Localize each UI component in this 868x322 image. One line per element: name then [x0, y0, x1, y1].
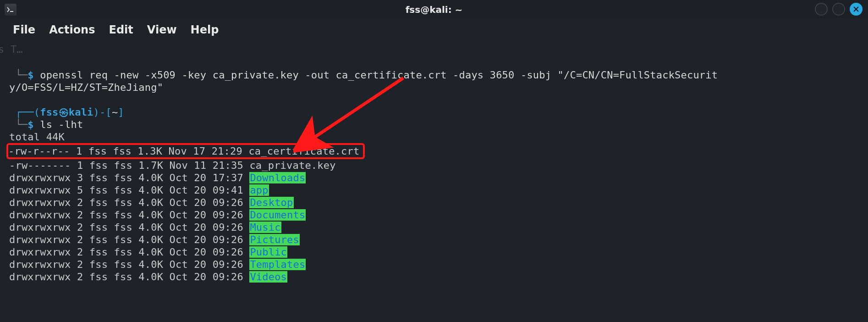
prompt-corner: └─ — [9, 119, 27, 130]
inactive-tab-hint: s T… — [0, 43, 23, 56]
ls-row-name-dir: Downloads — [249, 172, 306, 183]
ls-row: drwxrwxrwx 2 fss fss 4.0K Oct 20 09:26 D… — [9, 209, 859, 221]
window-title: fss@kali: ~ — [406, 4, 463, 15]
ls-row-meta: drwxrwxrwx 2 fss fss 4.0K Oct 20 09:26 — [9, 197, 249, 208]
prompt-dollar: $ — [27, 119, 40, 130]
ls-row-name-dir: Documents — [249, 209, 306, 221]
ls-row-meta: -rw-r--r-- 1 fss fss 1.3K Nov 17 21:29 — [8, 145, 248, 157]
prompt-corner: └─ — [9, 69, 27, 81]
prompt-path: ~ — [112, 106, 118, 118]
ls-row-meta: drwxrwxrwx 5 fss fss 4.0K Oct 20 09:41 — [9, 184, 249, 196]
ls-row-meta: drwxrwxrwx 2 fss fss 4.0K Oct 20 09:26 — [9, 246, 249, 258]
ls-row: -rw-r--r-- 1 fss fss 1.3K Nov 17 21:29 c… — [9, 143, 859, 159]
ls-row: drwxrwxrwx 2 fss fss 4.0K Oct 20 09:26 V… — [9, 271, 859, 283]
ls-row-meta: drwxrwxrwx 2 fss fss 4.0K Oct 20 09:26 — [9, 259, 249, 270]
ls-row-meta: drwxrwxrwx 3 fss fss 4.0K Oct 20 17:37 — [9, 172, 249, 183]
ls-row: drwxrwxrwx 2 fss fss 4.0K Oct 20 09:26 P… — [9, 233, 859, 246]
ls-row: drwxrwxrwx 3 fss fss 4.0K Oct 20 17:37 D… — [9, 172, 859, 184]
command-text: openssl req -new -x509 -key ca_private.k… — [40, 69, 718, 81]
ls-row-meta: -rw------- 1 fss fss 1.7K Nov 11 21:35 — [9, 160, 249, 171]
ls-row-name: ca_certificate.crt — [248, 145, 359, 157]
ls-row-name-dir: Pictures — [249, 234, 300, 245]
ls-row: drwxrwxrwx 5 fss fss 4.0K Oct 20 09:41 a… — [9, 184, 859, 196]
ls-row-name-dir: Public — [249, 246, 287, 258]
ls-row-name: ca_private.key — [249, 160, 335, 171]
prompt-line-ls: └─$ ls -lht — [9, 118, 859, 131]
ls-row-name-dir: Music — [249, 222, 281, 233]
prompt-header: ┌──(fss㉿kali)-[~] — [9, 106, 859, 118]
ls-row: drwxrwxrwx 2 fss fss 4.0K Oct 20 09:26 P… — [9, 246, 859, 258]
ls-row-meta: drwxrwxrwx 2 fss fss 4.0K Oct 20 09:26 — [9, 222, 249, 233]
prompt-box-top: ┌──( — [9, 106, 40, 118]
menu-view[interactable]: View — [147, 23, 177, 36]
menu-edit[interactable]: Edit — [109, 23, 133, 36]
close-button[interactable] — [850, 3, 863, 16]
minimize-button[interactable] — [815, 3, 828, 16]
window-controls — [815, 3, 863, 16]
terminal-viewport[interactable]: s T… └─$ openssl req -new -x509 -key ca_… — [0, 40, 868, 288]
menu-actions[interactable]: Actions — [49, 23, 95, 36]
ls-row-name-dir: Videos — [249, 271, 287, 283]
prompt-box-tail: )-[ — [93, 106, 112, 118]
titlebar: fss@kali: ~ — [0, 0, 868, 19]
ls-row: drwxrwxrwx 2 fss fss 4.0K Oct 20 09:26 D… — [9, 196, 859, 209]
prompt-line-openssl-wrap: y/O=FSS/L=HZ/ST=ZheJiang" — [9, 81, 859, 94]
ls-row-meta: drwxrwxrwx 2 fss fss 4.0K Oct 20 09:26 — [9, 271, 249, 283]
maximize-button[interactable] — [832, 3, 845, 16]
ls-row-name-dir: Templates — [249, 259, 306, 270]
menu-help[interactable]: Help — [191, 23, 219, 36]
prompt-box-close: ] — [118, 106, 124, 118]
prompt-user: fss — [40, 106, 58, 118]
ls-row-meta: drwxrwxrwx 2 fss fss 4.0K Oct 20 09:26 — [9, 234, 249, 245]
prompt-host: kali — [69, 106, 93, 118]
ls-row-meta: drwxrwxrwx 2 fss fss 4.0K Oct 20 09:26 — [9, 209, 249, 221]
highlighted-row: -rw-r--r-- 1 fss fss 1.3K Nov 17 21:29 c… — [6, 143, 365, 159]
ls-row: -rw------- 1 fss fss 1.7K Nov 11 21:35 c… — [9, 159, 859, 172]
terminal-app-icon — [5, 4, 16, 16]
prompt-dollar: $ — [27, 69, 40, 81]
command-text: ls -lht — [40, 119, 83, 130]
ls-total: total 44K — [9, 131, 859, 143]
command-text-wrap: y/O=FSS/L=HZ/ST=ZheJiang" — [9, 82, 163, 93]
ls-row-name-dir: Desktop — [249, 197, 293, 208]
prompt-separator-icon: ㉿ — [59, 106, 69, 118]
ls-row: drwxrwxrwx 2 fss fss 4.0K Oct 20 09:26 T… — [9, 258, 859, 271]
ls-row-name-dir: app — [249, 184, 269, 196]
menubar: File Actions Edit View Help — [0, 19, 868, 40]
ls-row: drwxrwxrwx 2 fss fss 4.0K Oct 20 09:26 M… — [9, 221, 859, 233]
menu-file[interactable]: File — [13, 23, 35, 36]
prompt-line-openssl: └─$ openssl req -new -x509 -key ca_priva… — [9, 69, 859, 81]
